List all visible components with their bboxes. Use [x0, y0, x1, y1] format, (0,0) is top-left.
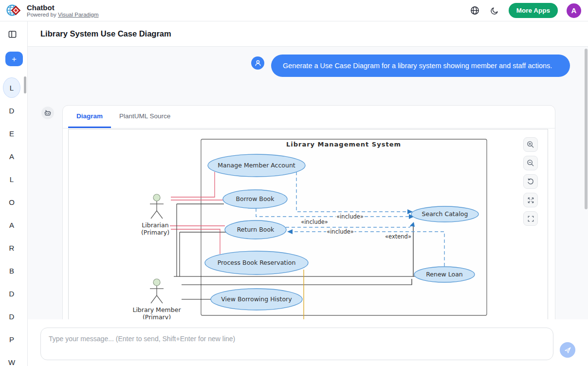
visual-paradigm-logo	[6, 3, 21, 18]
zoom-out-button[interactable]	[523, 156, 538, 170]
powered-by: Powered by Visual Paradigm	[27, 12, 98, 18]
new-chat-button[interactable]: +	[5, 52, 23, 66]
send-plane-icon	[564, 347, 571, 354]
app-title: Chatbot	[27, 3, 98, 12]
conversation-item[interactable]: D	[3, 286, 20, 301]
tab-bar: Diagram PlantUML Source	[63, 106, 555, 128]
conversation-item[interactable]: A	[3, 149, 20, 164]
user-avatar-badge[interactable]: A	[567, 3, 581, 18]
svg-text:(Primary): (Primary)	[143, 313, 171, 319]
chat-area: Generate a Use Case Diagram for a librar…	[28, 47, 588, 319]
user-message-row: Generate a Use Case Diagram for a librar…	[251, 55, 570, 77]
conversation-item[interactable]: O	[3, 195, 20, 209]
svg-text:(Primary): (Primary)	[141, 229, 169, 236]
dark-mode-moon-icon[interactable]	[489, 5, 500, 16]
response-card: Diagram PlantUML Source Library Manageme…	[62, 105, 555, 319]
extend-label: «extend»	[385, 233, 411, 240]
conversation-item[interactable]: W	[3, 355, 20, 366]
sidebar-toggle-icon[interactable]	[8, 30, 17, 38]
rail-scrollbar-thumb[interactable]	[24, 76, 26, 93]
use-case-diagram: Library Management System	[69, 129, 548, 319]
zoom-in-button[interactable]	[523, 137, 538, 152]
include-label-1: «include»	[336, 213, 364, 220]
actor-library-member: Library Member (Primary)	[132, 279, 181, 319]
page-title: Library System Use Case Diagram	[40, 29, 171, 38]
conversation-item[interactable]: L	[3, 77, 20, 98]
diagram-toolbar	[523, 137, 538, 226]
svg-text:Borrow Book: Borrow Book	[236, 195, 275, 202]
send-button[interactable]	[560, 342, 575, 358]
conversation-list: L D E A L O A R B D D P W	[0, 80, 23, 366]
chat-scrollbar-thumb[interactable]	[585, 49, 588, 209]
svg-text:View Borrowing History: View Borrowing History	[221, 295, 292, 303]
message-input[interactable]	[40, 328, 553, 360]
more-apps-button[interactable]: More Apps	[509, 3, 558, 18]
svg-text:Process Book Reservation: Process Book Reservation	[218, 259, 296, 266]
svg-text:Search Catalog: Search Catalog	[422, 210, 468, 218]
conversation-item[interactable]: E	[3, 126, 20, 141]
conversation-item[interactable]: P	[3, 332, 20, 347]
conversation-item[interactable]: B	[3, 263, 20, 278]
app-header: Chatbot Powered by Visual Paradigm More …	[0, 0, 588, 21]
conversation-item[interactable]: D	[3, 309, 20, 324]
conversation-item[interactable]: D	[3, 103, 20, 118]
include-label-2: «include»	[301, 219, 328, 225]
user-message-bubble: Generate a Use Case Diagram for a librar…	[271, 55, 570, 77]
user-person-icon	[251, 56, 264, 70]
visual-paradigm-link[interactable]: Visual Paradigm	[58, 12, 99, 18]
svg-text:Return Book: Return Book	[237, 226, 275, 233]
tab-diagram[interactable]: Diagram	[68, 106, 111, 128]
svg-text:Library Member: Library Member	[132, 306, 181, 313]
fullscreen-button[interactable]	[523, 211, 538, 226]
language-globe-icon[interactable]	[470, 5, 480, 16]
composer	[28, 319, 588, 366]
include-label-3: «include»	[327, 228, 354, 235]
conversation-item[interactable]: R	[3, 240, 20, 255]
svg-text:Renew Loan: Renew Loan	[426, 271, 463, 278]
conversation-rail: + L D E A L O A R B D D P W	[0, 21, 28, 366]
svg-text:Librarian: Librarian	[142, 221, 168, 229]
system-title: Library Management System	[286, 141, 401, 148]
diagram-canvas[interactable]: Library Management System	[68, 129, 548, 319]
reset-view-button[interactable]	[523, 174, 538, 189]
expand-button[interactable]	[523, 193, 538, 207]
content-header: Library System Use Case Diagram	[28, 21, 588, 47]
bot-robot-icon	[41, 107, 54, 119]
tab-plantuml-source[interactable]: PlantUML Source	[111, 106, 179, 128]
conversation-item[interactable]: L	[3, 172, 20, 186]
svg-text:Manage Member Account: Manage Member Account	[218, 162, 295, 169]
actor-librarian: Librarian (Primary)	[141, 194, 169, 236]
conversation-item[interactable]: A	[3, 218, 20, 232]
